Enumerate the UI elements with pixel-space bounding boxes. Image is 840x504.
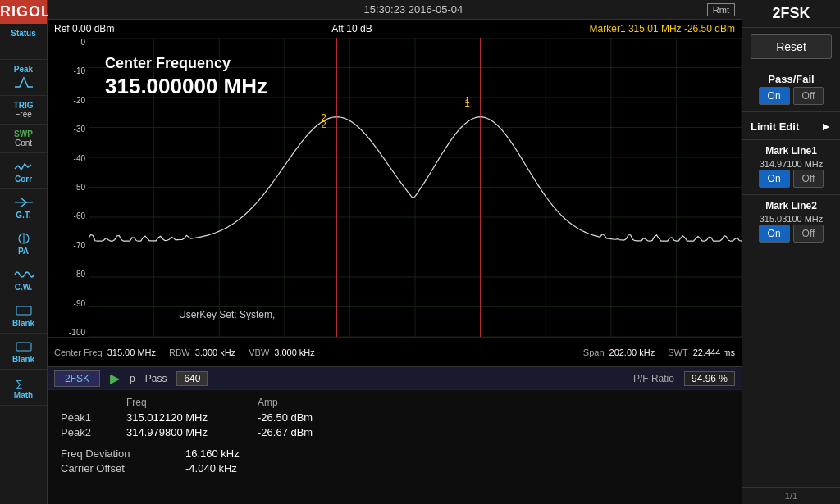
sidebar-trig-sublabel: Free xyxy=(15,110,32,119)
sidebar-swp-sublabel: Cont xyxy=(15,138,32,148)
pa-icon xyxy=(12,230,35,247)
mark-line2-off-button[interactable]: Off xyxy=(793,225,824,243)
mark-line2-value: 315.03100 MHz xyxy=(742,213,840,225)
limit-edit-label[interactable]: Limit Edit xyxy=(751,117,799,134)
status-mode[interactable]: 2FSK xyxy=(54,370,100,387)
peak2-label: Peak2 xyxy=(61,426,126,438)
vbw-param: VBW 3.000 kHz xyxy=(249,347,315,357)
center-freq-value: 315.000000 MHz xyxy=(105,73,267,101)
play-button[interactable]: ▶ xyxy=(110,370,120,386)
userkey-label: UserKey Set: System, xyxy=(179,309,275,320)
y-label-60: -60 xyxy=(74,211,85,220)
carrier-offset-label: Carrier Offset xyxy=(61,462,176,474)
pass-fail-label: Pass/Fail xyxy=(742,70,840,87)
math-icon: ∑ xyxy=(12,375,35,391)
sidebar-item-blank2[interactable]: Blank xyxy=(0,334,47,370)
limit-edit-row: Limit Edit ► xyxy=(751,117,832,134)
y-label-50: -50 xyxy=(74,183,85,192)
sidebar-blank2-label: Blank xyxy=(12,355,34,364)
svg-text:1: 1 xyxy=(464,98,470,109)
sidebar-item-swp[interactable]: SWP Cont xyxy=(0,125,47,153)
y-label-0: 0 xyxy=(80,38,85,47)
peak1-row: Peak1 315.012120 MHz -26.50 dBm xyxy=(61,411,728,424)
peak1-amp: -26.50 dBm xyxy=(258,411,356,424)
swt-value: 22.444 ms xyxy=(693,347,735,357)
freq-dev-row: Freq Deviation 16.160 kHz xyxy=(61,447,728,460)
mark-line1-on-button[interactable]: On xyxy=(759,170,790,188)
sidebar-item-gt[interactable]: G.T. xyxy=(0,189,47,225)
span-label: Span xyxy=(583,347,605,357)
params-row: Center Freq 315.00 MHz RBW 3.000 kHz VBW… xyxy=(48,337,742,366)
att-display: Att 10 dB xyxy=(331,23,372,34)
mark-line1-toggle: On Off xyxy=(742,170,840,188)
gt-icon xyxy=(12,194,35,211)
svg-text:2: 2 xyxy=(321,112,326,124)
status-icon xyxy=(12,38,35,54)
y-label-20: -20 xyxy=(74,96,85,105)
main-area: 15:30:23 2016-05-04 Rmt Ref 0.00 dBm Att… xyxy=(48,0,742,504)
col-amp-header: Amp xyxy=(258,397,389,408)
carrier-offset-value: -4.040 kHz xyxy=(185,462,237,474)
sidebar-item-corr[interactable]: Corr xyxy=(0,153,47,189)
center-freq-param-label: Center Freq xyxy=(54,347,103,357)
center-freq-label: Center Frequency 315.000000 MHz xyxy=(105,54,267,101)
divider-1 xyxy=(742,66,840,66)
status-p-label: p xyxy=(130,373,135,384)
chart-area: 0 -10 -20 -30 -40 -50 -60 -70 -80 -90 -1… xyxy=(48,38,742,337)
span-value: 202.00 kHz xyxy=(609,347,655,357)
y-label-80: -80 xyxy=(74,270,85,279)
sidebar-corr-label: Corr xyxy=(15,175,32,184)
rbw-value: 3.000 kHz xyxy=(195,347,236,357)
logo-text: RIGOL xyxy=(0,0,47,24)
limit-edit-arrow-icon[interactable]: ► xyxy=(820,120,832,133)
sidebar-item-trig[interactable]: TRIG Free xyxy=(0,96,47,125)
mark-line1-off-button[interactable]: Off xyxy=(793,170,824,188)
peak2-amp: -26.67 dBm xyxy=(258,426,356,438)
carrier-offset-row: Carrier Offset -4.040 kHz xyxy=(61,462,728,474)
spectrum-container: Ref 0.00 dBm Att 10 dB Marker1 315.01 MH… xyxy=(48,20,742,366)
span-param: Span 202.00 kHz xyxy=(583,347,655,357)
y-label-30: -30 xyxy=(74,125,85,134)
right-panel: 2FSK Reset Pass/Fail On Off Limit Edit ►… xyxy=(742,0,840,504)
center-freq-title: Center Frequency xyxy=(105,54,267,73)
peak2-row: Peak2 314.979800 MHz -26.67 dBm xyxy=(61,426,728,438)
sidebar-item-peak[interactable]: Peak xyxy=(0,60,47,96)
divider-2 xyxy=(742,111,840,112)
status-bar: 2FSK ▶ p Pass 640 P/F Ratio 94.96 % xyxy=(48,366,742,389)
blank2-icon xyxy=(12,338,35,355)
swt-param: SWT 22.444 ms xyxy=(668,347,735,357)
pass-fail-toggle: On Off xyxy=(742,87,840,105)
sidebar-cw-label: C.W. xyxy=(15,283,33,292)
y-label-70: -70 xyxy=(74,241,85,250)
sidebar-status-label: Status xyxy=(11,29,36,38)
svg-rect-4 xyxy=(16,343,31,351)
svg-text:∑: ∑ xyxy=(16,378,23,389)
sidebar-swp-label: SWP xyxy=(14,129,33,138)
pass-count: 640 xyxy=(176,371,208,386)
pass-fail-off-button[interactable]: Off xyxy=(793,87,824,105)
pass-label: Pass xyxy=(145,373,167,384)
mark-line2-on-button[interactable]: On xyxy=(759,225,790,243)
y-label-10: -10 xyxy=(74,66,85,75)
center-freq-param-value: 315.00 MHz xyxy=(107,347,156,357)
sidebar-item-pa[interactable]: PA xyxy=(0,225,47,261)
cw-icon xyxy=(12,266,35,283)
sidebar-gt-label: G.T. xyxy=(16,211,30,220)
y-label-100: -100 xyxy=(69,328,85,337)
sidebar-item-blank1[interactable]: Blank xyxy=(0,297,47,334)
peak-icon xyxy=(12,74,35,90)
sidebar-item-status[interactable]: Status xyxy=(0,24,47,60)
peak2-freq: 314.979800 MHz xyxy=(126,426,258,438)
blank1-icon xyxy=(12,302,35,319)
pass-fail-on-button[interactable]: On xyxy=(759,87,790,105)
ref-display: Ref 0.00 dBm xyxy=(54,23,114,34)
sidebar-item-cw[interactable]: C.W. xyxy=(0,261,47,297)
rbw-param: RBW 3.000 kHz xyxy=(169,347,235,357)
right-panel-title: 2FSK xyxy=(742,0,840,28)
col-headers: Freq Amp xyxy=(126,397,728,408)
reset-button[interactable]: Reset xyxy=(751,34,832,59)
sidebar-item-math[interactable]: ∑ Math xyxy=(0,370,47,406)
corr-icon xyxy=(12,158,35,175)
swt-label: SWT xyxy=(668,347,687,357)
topbar: 15:30:23 2016-05-04 Rmt xyxy=(48,0,742,20)
